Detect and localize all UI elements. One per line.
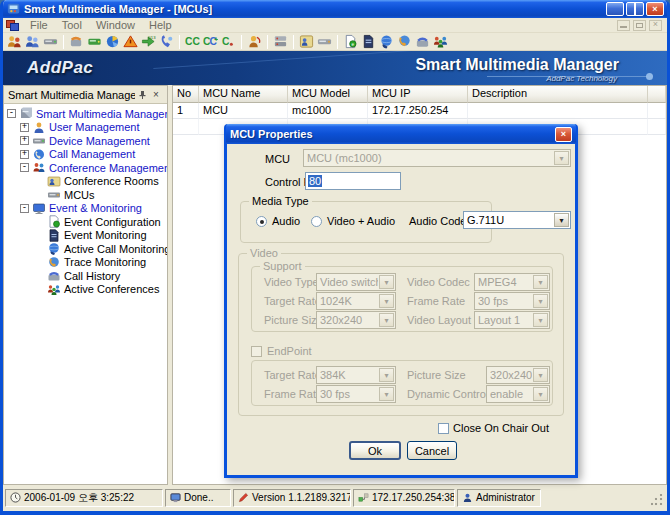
mdi-minimize-button[interactable] — [617, 20, 630, 31]
device-icon[interactable] — [42, 34, 59, 50]
table-row[interactable]: 1 MCU mc1000 172.17.250.254 — [173, 103, 666, 119]
call-c2-icon[interactable]: CC+ — [202, 34, 219, 50]
column-header-no[interactable]: No — [173, 86, 199, 103]
menu-file[interactable]: File — [23, 18, 55, 32]
title-bar: Smart Multimedia Manager - [MCUs] × — [3, 0, 667, 18]
toolbar-separator — [293, 35, 294, 49]
person-icon — [462, 492, 473, 503]
tree-item-event-monitoring[interactable]: Event Monitoring — [4, 229, 167, 243]
mdi-restore-button[interactable] — [633, 20, 646, 31]
brand-banner: AddPac Smart Multimedia Manager AddPac T… — [3, 51, 667, 86]
tree-item-call-management[interactable]: + Call Management — [4, 148, 167, 162]
event-config-icon[interactable]: e — [342, 34, 359, 50]
expander-icon[interactable]: - — [7, 109, 16, 118]
banner-subtitle: AddPac Technology — [546, 74, 617, 83]
banner-decoration — [153, 51, 412, 69]
close-on-chair-out-checkbox[interactable] — [438, 423, 449, 434]
mdi-close-button[interactable]: × — [649, 20, 662, 31]
menu-window[interactable]: Window — [89, 18, 142, 32]
alarm-icon[interactable] — [122, 34, 139, 50]
audio-radio[interactable] — [256, 216, 267, 227]
audio-radio-label: Audio — [272, 215, 300, 227]
call-c1-icon[interactable]: CC — [184, 34, 201, 50]
chevron-down-icon: ▾ — [554, 151, 569, 165]
call-history-icon[interactable] — [414, 34, 431, 50]
active-conferences-icon — [47, 283, 61, 296]
application-window: Smart Multimedia Manager - [MCUs] × File… — [0, 0, 670, 515]
expander-icon[interactable]: + — [20, 136, 29, 145]
status-version: Version 1.1.2189.32177 — [233, 489, 351, 507]
call-c3-icon[interactable]: C — [220, 34, 237, 50]
servers-icon[interactable] — [272, 34, 289, 50]
tree-item-event-monitoring-group[interactable]: - Event & Monitoring — [4, 202, 167, 216]
user-management-icon — [32, 121, 46, 134]
tree-item-conference-rooms[interactable]: Conference Rooms — [4, 175, 167, 189]
close-button[interactable]: × — [646, 2, 664, 16]
dial-phone-icon[interactable] — [158, 34, 175, 50]
tree-item-trace-monitoring[interactable]: Trace Monitoring — [4, 256, 167, 270]
video-audio-radio-label: Video + Audio — [327, 215, 395, 227]
toolbar: 013 CC CC+ C e — [3, 33, 667, 51]
network-icon — [358, 492, 369, 503]
frame-rate-label: Frame Rate — [407, 295, 465, 307]
pin-icon[interactable] — [135, 88, 149, 101]
cell-mcu-model: mc1000 — [288, 103, 368, 119]
clock-icon — [10, 492, 21, 503]
ok-button[interactable]: Ok — [349, 441, 401, 460]
chevron-down-icon: ▾ — [533, 387, 548, 401]
tree-item-mcus[interactable]: MCUs — [4, 188, 167, 202]
cancel-button[interactable]: Cancel — [407, 441, 457, 460]
tree-item-user-management[interactable]: + User Management — [4, 121, 167, 135]
resize-grip[interactable] — [651, 494, 664, 507]
add-user-icon[interactable] — [6, 34, 23, 50]
expander-icon[interactable]: - — [20, 163, 29, 172]
expander-icon[interactable]: + — [20, 150, 29, 159]
minimize-button[interactable] — [606, 2, 624, 16]
menu-bar: File Tool Window Help × — [3, 18, 667, 33]
active-conference-icon[interactable] — [432, 34, 449, 50]
column-header-mcu-model[interactable]: MCU Model — [288, 86, 368, 103]
tree-item-event-configuration[interactable]: Event Configuration — [4, 215, 167, 229]
column-header-mcu-ip[interactable]: MCU IP — [368, 86, 468, 103]
active-call-icon[interactable] — [378, 34, 395, 50]
tree-item-active-conferences[interactable]: Active Conferences — [4, 283, 167, 297]
trace-icon[interactable] — [396, 34, 413, 50]
device2-icon[interactable] — [316, 34, 333, 50]
ep-picture-size-combobox: 320x240▾ — [486, 366, 550, 384]
status-user: Administrator — [457, 489, 541, 507]
column-header-mcu-name[interactable]: MCU Name — [199, 86, 288, 103]
chevron-down-icon: ▾ — [554, 213, 569, 227]
log-export-icon[interactable]: 013 — [140, 34, 157, 50]
endpoint-label: EndPoint — [267, 345, 312, 357]
dialog-body: MCU MCU (mc1000)▾ Control Port 80 Media … — [227, 144, 575, 472]
tree-item-call-history[interactable]: Call History — [4, 269, 167, 283]
ep-picture-size-label: Picture Size — [407, 369, 466, 381]
video-audio-radio[interactable] — [311, 216, 322, 227]
control-port-input[interactable]: 80 — [305, 172, 401, 190]
users-icon[interactable] — [24, 34, 41, 50]
ep-dynamic-control-combobox: enable▾ — [486, 385, 550, 403]
person-badge-icon[interactable] — [298, 34, 315, 50]
audio-codec-combobox[interactable]: G.711U▾ — [463, 211, 571, 229]
tree-item-active-call-monitoring[interactable]: Active Call Monitoring — [4, 242, 167, 256]
chevron-down-icon: ▾ — [379, 294, 394, 308]
column-header-description[interactable]: Description — [468, 86, 648, 103]
device-green-icon[interactable] — [86, 34, 103, 50]
phone-config-icon[interactable] — [68, 34, 85, 50]
maximize-button[interactable] — [626, 2, 644, 16]
tree-item-device-management[interactable]: + Device Management — [4, 134, 167, 148]
pie-globe-icon[interactable] — [104, 34, 121, 50]
expander-icon[interactable]: + — [20, 123, 29, 132]
dialog-close-button[interactable]: × — [555, 127, 572, 142]
menu-help[interactable]: Help — [142, 18, 179, 32]
event-monitor-icon[interactable] — [360, 34, 377, 50]
mdi-child-icon[interactable] — [6, 20, 19, 31]
tree-item-smart-multimedia-manager[interactable]: - Smart Multimedia Manager — [4, 107, 167, 121]
expander-icon[interactable]: - — [20, 204, 29, 213]
menu-tool[interactable]: Tool — [55, 18, 89, 32]
banner-decoration-dot — [646, 73, 653, 80]
tree-item-conference-management[interactable]: - Conference Management — [4, 161, 167, 175]
panel-close-icon[interactable]: × — [149, 88, 163, 101]
ep-frame-rate-combobox: 30 fps▾ — [316, 385, 396, 403]
conference-person-icon[interactable] — [246, 34, 263, 50]
